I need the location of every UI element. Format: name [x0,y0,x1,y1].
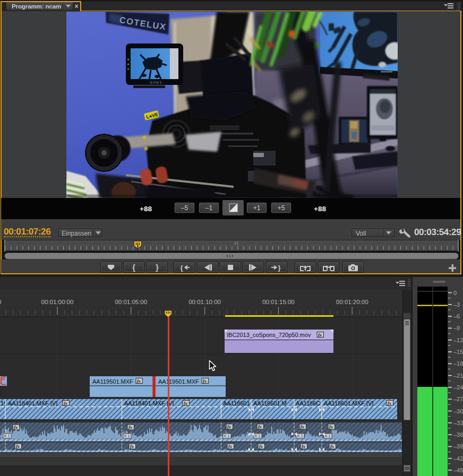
svg-text:AA1186C: AA1186C [296,400,320,406]
svg-text:0: 0 [453,290,457,296]
svg-text:AA119501.MXF: AA119501.MXF [158,378,199,385]
svg-text:AA118601: AA118601 [223,400,250,406]
svg-text:fx: fx [258,424,262,429]
svg-text:fx: fx [388,401,392,406]
svg-text:1!: 1! [1,400,5,406]
svg-text:–45: –45 [453,467,463,473]
svg-text:K 1: K 1 [4,434,10,438]
svg-text:fx: fx [14,425,18,430]
svg-text:K 1: K 1 [255,434,261,438]
svg-text:–39: –39 [453,443,463,449]
svg-text:K 1: K 1 [297,434,303,438]
svg-text:K 1: K 1 [325,434,331,438]
svg-text:fx: fx [318,332,322,337]
svg-text:–15: –15 [453,349,463,355]
svg-text:00:01:05:00: 00:01:05:00 [115,299,147,305]
svg-text:fx: fx [330,444,335,449]
svg-text:fx: fx [128,425,133,430]
svg-text:fx: fx [329,424,333,429]
svg-text:K 1: K 1 [224,434,230,438]
svg-text:–33: –33 [453,420,463,426]
svg-text:00:01:00:00: 00:01:00:00 [41,299,74,305]
svg-text:{: { [180,264,183,272]
svg-text:AA118601.M: AA118601.M [253,400,287,406]
svg-text:fx: fx [302,444,306,449]
svg-text:–3: –3 [453,301,460,308]
svg-text:00:01:10:00: 00:01:10:00 [188,299,221,305]
svg-text:–21: –21 [453,373,463,379]
svg-text:AA119501.MXF: AA119501.MXF [92,378,133,385]
svg-text:fx: fx [228,444,233,449]
svg-text:–6: –6 [453,313,460,319]
svg-text:00:01:20:00: 00:01:20:00 [336,299,368,305]
svg-text:fx: fx [16,444,20,449]
svg-text:00:00:55:00: 00:00:55:00 [0,299,1,305]
svg-text:IBC2013_coSpons_720p50.mov: IBC2013_coSpons_720p50.mov [227,332,311,338]
svg-text:{: { [132,263,135,272]
svg-text:AA118601.MXF [V]: AA118601.MXF [V] [324,400,373,406]
svg-text:fx: fx [64,401,68,406]
svg-text:–12: –12 [453,337,463,343]
svg-text:AA118401.MXF [V]: AA118401.MXF [V] [124,400,174,406]
svg-text:–30: –30 [453,408,463,414]
svg-text:fx: fx [259,444,263,449]
svg-text:AA118401.MXF [V]: AA118401.MXF [V] [8,400,57,406]
svg-text:K 1: K 1 [124,434,130,438]
svg-text:fx: fx [203,378,207,384]
svg-text:–18: –18 [453,360,463,367]
svg-text:–9: –9 [453,325,460,331]
svg-text:–36: –36 [453,431,463,438]
svg-text:fx: fx [227,424,231,429]
svg-text:00:01:15:00: 00:01:15:00 [262,299,295,305]
svg-text:–24: –24 [453,384,463,391]
svg-text:–27: –27 [453,396,463,402]
svg-text:fx: fx [130,444,134,449]
svg-text:fx: fx [184,401,188,406]
svg-text:fx: fx [301,424,305,429]
svg-text:}: } [278,264,280,272]
svg-text:}: } [156,263,159,272]
svg-text:fx: fx [137,378,141,384]
svg-text:–42: –42 [453,455,463,462]
